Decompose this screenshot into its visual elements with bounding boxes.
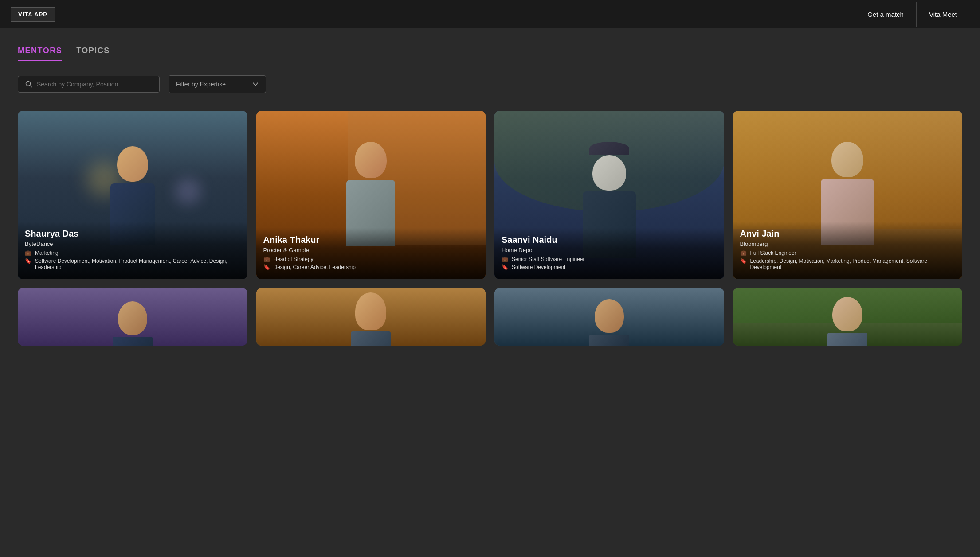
mentor-name-anvi: Anvi Jain: [740, 229, 956, 239]
filter-dropdown[interactable]: Filter by Expertise: [169, 75, 266, 93]
brand-logo: VITA APP: [11, 7, 55, 22]
bookmark-icon: 🔖: [25, 258, 31, 264]
mentor-name-saanvi: Saanvi Naidu: [502, 235, 717, 245]
search-icon: [25, 81, 32, 88]
mentor-company-saanvi: Home Depot: [502, 247, 717, 253]
partial-card-4[interactable]: [733, 288, 963, 346]
search-row: Filter by Expertise: [18, 75, 962, 93]
bookmark-icon-anika: 🔖: [263, 264, 270, 270]
mentor-topics-shaurya: 🔖 Software Development, Motivation, Prod…: [25, 258, 240, 270]
partial-card-2[interactable]: [256, 288, 486, 346]
mentor-card-shaurya[interactable]: Shaurya Das ByteDance 💼 Marketing 🔖 Soft…: [18, 111, 247, 279]
briefcase-icon-anvi: 💼: [740, 250, 747, 256]
get-match-button[interactable]: Get a match: [855, 2, 916, 27]
mentor-card-anika[interactable]: Anika Thakur Procter & Gamble 💼 Head of …: [256, 111, 486, 279]
mentor-card-saanvi[interactable]: Saanvi Naidu Home Depot 💼 Senior Staff S…: [494, 111, 724, 279]
mentor-grid: Shaurya Das ByteDance 💼 Marketing 🔖 Soft…: [18, 111, 962, 279]
mentor-topics-anika: 🔖 Design, Career Advice, Leadership: [263, 264, 479, 270]
search-input[interactable]: [37, 81, 152, 88]
mentor-role-anvi: 💼 Full Stack Engineer: [740, 250, 956, 256]
mentor-role-shaurya: 💼 Marketing: [25, 250, 240, 256]
navbar: VITA APP Get a match Vita Meet: [0, 0, 980, 28]
mentor-name-shaurya: Shaurya Das: [25, 229, 240, 239]
mentor-role-anika: 💼 Head of Strategy: [263, 256, 479, 262]
mentor-company-shaurya: ByteDance: [25, 241, 240, 247]
main-content: MENTORS TOPICS Filter by Expertise: [0, 28, 980, 363]
partial-card-1[interactable]: [18, 288, 247, 346]
mentor-company-anvi: Bloomberg: [740, 241, 956, 247]
tab-mentors[interactable]: MENTORS: [18, 46, 62, 61]
briefcase-icon-anika: 💼: [263, 256, 270, 262]
svg-line-1: [30, 86, 32, 87]
mentor-company-anika: Procter & Gamble: [263, 247, 479, 253]
mentor-card-anvi[interactable]: Anvi Jain Bloomberg 💼 Full Stack Enginee…: [733, 111, 963, 279]
partial-card-3[interactable]: [494, 288, 724, 346]
bookmark-icon-saanvi: 🔖: [502, 264, 508, 270]
filter-divider: [244, 80, 244, 88]
briefcase-icon: 💼: [25, 250, 31, 256]
mentor-topics-saanvi: 🔖 Software Development: [502, 264, 717, 270]
vita-meet-button[interactable]: Vita Meet: [916, 2, 969, 27]
navbar-actions: Get a match Vita Meet: [855, 2, 969, 27]
tab-topics[interactable]: TOPICS: [76, 46, 110, 61]
bookmark-icon-anvi: 🔖: [740, 258, 747, 264]
search-box: [18, 76, 160, 93]
mentor-role-saanvi: 💼 Senior Staff Software Engineer: [502, 256, 717, 262]
partial-cards-row: [18, 288, 962, 346]
tab-bar: MENTORS TOPICS: [18, 46, 962, 61]
filter-label: Filter by Expertise: [176, 81, 236, 88]
chevron-down-icon: [252, 81, 259, 87]
briefcase-icon-saanvi: 💼: [502, 256, 508, 262]
mentor-name-anika: Anika Thakur: [263, 235, 479, 245]
mentor-topics-anvi: 🔖 Leadership, Design, Motivation, Market…: [740, 258, 956, 270]
